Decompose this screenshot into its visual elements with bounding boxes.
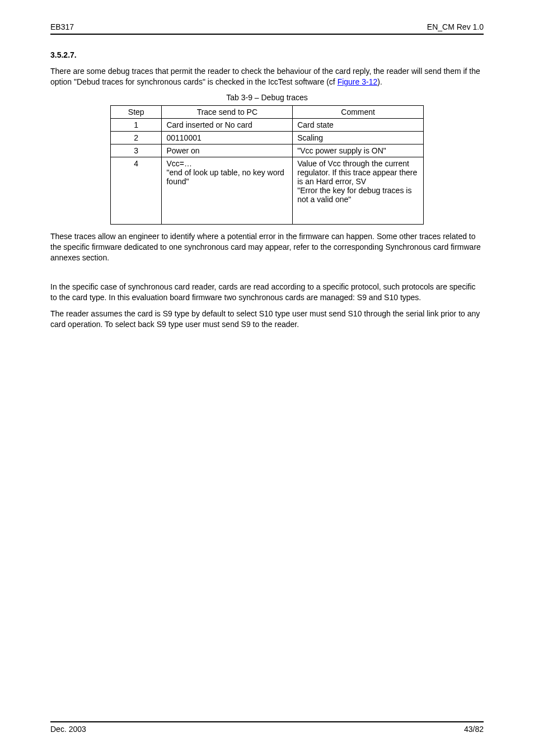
body-paragraph-3: The reader assumes the card is S9 type b…	[50, 309, 484, 330]
table-cell: Scaling	[293, 131, 424, 144]
table-caption: Tab 3-9 – Debug traces	[50, 93, 484, 102]
table-cell: 00110001	[162, 131, 293, 144]
table-header-trace: Trace send to PC	[162, 105, 293, 118]
table-header-row: Step Trace send to PC Comment	[111, 105, 424, 118]
table-cell: Value of Vcc through the current regulat…	[293, 157, 424, 224]
footer-bar: Dec. 2003 43/82	[50, 721, 484, 734]
table-cell: Vcc=… "end of look up table, no key word…	[162, 157, 293, 224]
footer-right: 43/82	[464, 725, 484, 734]
table-row: 2 00110001 Scaling	[111, 131, 424, 144]
table-cell: 1	[111, 118, 162, 131]
section-number: 3.5.2.7.	[50, 50, 484, 59]
table-cell: Power on	[162, 144, 293, 157]
table-row: 3 Power on "Vcc power supply is ON"	[111, 144, 424, 157]
table-cell: 4	[111, 157, 162, 224]
table-cell: "Vcc power supply is ON"	[293, 144, 424, 157]
intro-paragraph: There are some debug traces that permit …	[50, 66, 484, 87]
table-cell: 2	[111, 131, 162, 144]
header-left: EB317	[50, 22, 74, 31]
intro-text-2: ).	[377, 77, 382, 86]
body-paragraph-2: In the specific case of synchronous card…	[50, 282, 484, 303]
table-header-step: Step	[111, 105, 162, 118]
table-cell: Card state	[293, 118, 424, 131]
header-bar: EB317 EN_CM Rev 1.0	[50, 22, 484, 35]
header-right: EN_CM Rev 1.0	[427, 22, 484, 31]
footer-left: Dec. 2003	[50, 725, 86, 734]
table-row: 4 Vcc=… "end of look up table, no key wo…	[111, 157, 424, 224]
table-cell: 3	[111, 144, 162, 157]
intro-text-1: There are some debug traces that permit …	[50, 67, 480, 86]
table-row: 1 Card inserted or No card Card state	[111, 118, 424, 131]
body-paragraph-1: These traces allow an engineer to identi…	[50, 231, 484, 263]
debug-traces-table: Step Trace send to PC Comment 1 Card ins…	[110, 105, 424, 225]
table-cell: Card inserted or No card	[162, 118, 293, 131]
table-header-comment: Comment	[293, 105, 424, 118]
figure-link[interactable]: Figure 3-12	[338, 77, 378, 86]
